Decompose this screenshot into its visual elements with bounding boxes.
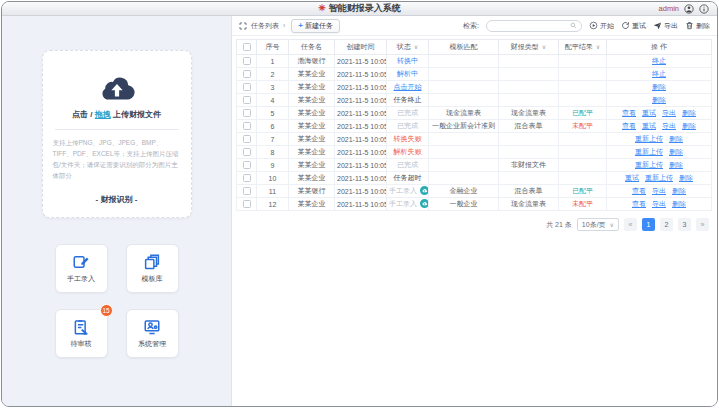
row-checkbox[interactable]	[243, 148, 251, 156]
report-type	[499, 146, 559, 159]
search-icon[interactable]	[570, 22, 577, 29]
operation-link[interactable]: 重新上传	[635, 148, 663, 155]
operation-link[interactable]: 删除	[672, 200, 686, 207]
info-icon[interactable]	[699, 4, 709, 14]
status-filter-icon[interactable]: ∨	[414, 44, 418, 50]
operation-link[interactable]: 导出	[662, 109, 676, 116]
row-number: 3	[257, 81, 289, 94]
sidebar-card-system-management[interactable]: 系统管理	[126, 309, 179, 358]
search-input[interactable]	[491, 22, 570, 29]
page-size-value: 10条/页	[582, 220, 606, 230]
search-box[interactable]	[486, 20, 582, 32]
row-number: 5	[257, 107, 289, 120]
table-row: 5某某企业2021-11-5 10:05已完成现金流量表现金流量表已配平查看重试…	[237, 107, 712, 120]
balance-cell: 已配平	[559, 107, 607, 120]
user-avatar-icon[interactable]	[684, 4, 694, 14]
prev-page-button[interactable]: «	[624, 218, 637, 231]
report-type-filter-icon[interactable]: ∨	[542, 44, 546, 50]
breadcrumb[interactable]: 任务列表	[251, 21, 279, 31]
balance-filter-icon[interactable]: ∨	[596, 44, 600, 50]
export-button[interactable]: 导出	[653, 21, 678, 31]
row-checkbox[interactable]	[243, 109, 251, 117]
operation-link[interactable]: 删除	[672, 187, 686, 194]
main-toolbar: 任务列表 › + 新建任务 检索:	[232, 16, 717, 36]
delete-button[interactable]: 删除	[685, 21, 710, 31]
operations-cell: 查看重试导出删除	[607, 107, 712, 120]
operation-link[interactable]: 重试	[642, 109, 656, 116]
page-button-2[interactable]: 2	[660, 218, 673, 231]
row-checkbox[interactable]	[243, 96, 251, 104]
page-button-3[interactable]: 3	[678, 218, 691, 231]
report-type: 现金流量表	[499, 107, 559, 120]
play-circle-icon	[589, 21, 598, 30]
row-checkbox[interactable]	[243, 161, 251, 169]
operation-link[interactable]: 删除	[682, 109, 696, 116]
sidebar-card-template-library[interactable]: 模板库	[126, 244, 179, 293]
system-management-icon	[143, 318, 161, 336]
sidebar-card-manual-entry[interactable]: 手工录入	[55, 244, 108, 293]
row-checkbox[interactable]	[243, 57, 251, 65]
fullscreen-icon[interactable]	[239, 22, 247, 30]
operation-link[interactable]: 重试	[625, 174, 639, 181]
operation-link[interactable]: 重新上传	[635, 135, 663, 142]
row-checkbox[interactable]	[243, 122, 251, 130]
row-number: 2	[257, 68, 289, 81]
sidebar-card-pending-review[interactable]: 15 待审核	[55, 309, 108, 358]
cloud-upload-status-icon	[420, 199, 429, 208]
operation-link[interactable]: 重新上传	[645, 174, 673, 181]
operation-link[interactable]: 查看	[622, 109, 636, 116]
operation-link[interactable]: 删除	[669, 148, 683, 155]
username-label[interactable]: admin	[659, 4, 679, 13]
operation-link[interactable]: 终止	[652, 57, 666, 64]
new-task-button[interactable]: + 新建任务	[291, 19, 340, 33]
operation-link[interactable]: 终止	[652, 70, 666, 77]
operation-link[interactable]: 删除	[679, 174, 693, 181]
balance-cell	[559, 68, 607, 81]
operation-link[interactable]: 重试	[642, 122, 656, 129]
template-match	[429, 159, 499, 172]
report-type: 混合表单	[499, 120, 559, 133]
select-all-checkbox[interactable]	[243, 43, 251, 51]
operation-link[interactable]: 查看	[632, 200, 646, 207]
created-time: 2021-11-5 10:05	[335, 198, 387, 211]
page-button-1[interactable]: 1	[642, 218, 655, 231]
created-time: 2021-11-5 10:05	[335, 133, 387, 146]
status-text[interactable]: 点击开始	[394, 83, 422, 90]
app-title-area: ✳智能财报录入系统	[2, 2, 717, 15]
next-page-button[interactable]: »	[696, 218, 709, 231]
balance-cell: 未配平	[559, 198, 607, 211]
operation-link[interactable]: 导出	[652, 187, 666, 194]
status-cell: 手工录入	[387, 185, 429, 198]
row-checkbox[interactable]	[243, 200, 251, 208]
sidebar-card-label: 手工录入	[67, 274, 95, 284]
row-select-cell	[237, 159, 257, 172]
table-header-row: 序号 任务名 创建时间 状态∨ 模板匹配 财报类型∨ 配平结果∨ 操 作	[237, 40, 712, 55]
row-select-cell	[237, 120, 257, 133]
operation-link[interactable]: 查看	[622, 122, 636, 129]
operation-link[interactable]: 删除	[669, 161, 683, 168]
row-checkbox[interactable]	[243, 187, 251, 195]
row-checkbox[interactable]	[243, 83, 251, 91]
row-checkbox[interactable]	[243, 135, 251, 143]
operation-link[interactable]: 删除	[652, 96, 666, 103]
balance-cell	[559, 133, 607, 146]
upload-dropzone[interactable]: 点击 / 拖拽 上传财报文件 支持上传PNG、JPG、JPEG、BMP、TIFF…	[42, 50, 192, 218]
created-time: 2021-11-5 10:05	[335, 120, 387, 133]
operation-link[interactable]: 删除	[682, 122, 696, 129]
operation-link[interactable]: 重新上传	[635, 161, 663, 168]
operation-link[interactable]: 导出	[652, 200, 666, 207]
main-content: 任务列表 › + 新建任务 检索:	[232, 16, 717, 406]
start-button[interactable]: 开始	[589, 21, 614, 31]
table-row: 6某某企业2021-11-5 10:05已完成一般企业新会计准则混合表单未配平查…	[237, 120, 712, 133]
retry-button[interactable]: 重试	[621, 21, 646, 31]
template-match: 金融企业	[429, 185, 499, 198]
operation-link[interactable]: 导出	[662, 122, 676, 129]
row-checkbox[interactable]	[243, 70, 251, 78]
page-size-select[interactable]: 10条/页 ∨	[577, 218, 619, 231]
operation-link[interactable]: 删除	[669, 135, 683, 142]
upload-drag-link[interactable]: 拖拽	[95, 110, 111, 119]
operation-link[interactable]: 删除	[652, 83, 666, 90]
operation-link[interactable]: 查看	[632, 187, 646, 194]
row-checkbox[interactable]	[243, 174, 251, 182]
balance-cell	[559, 55, 607, 68]
